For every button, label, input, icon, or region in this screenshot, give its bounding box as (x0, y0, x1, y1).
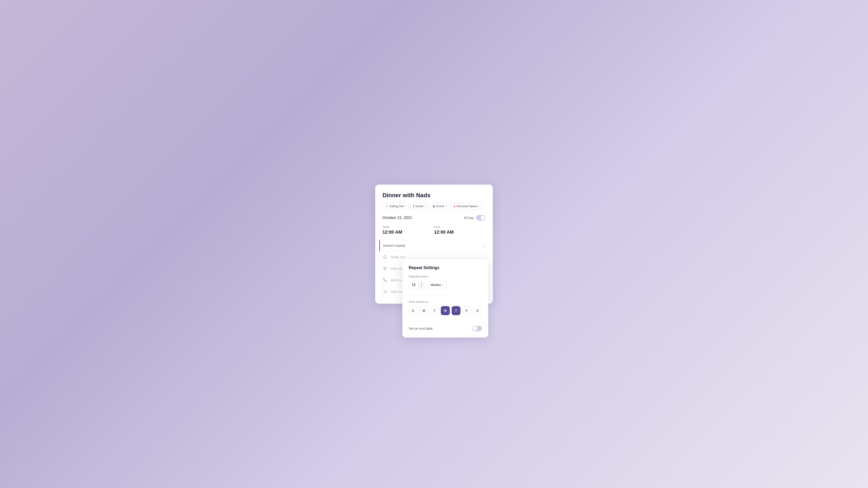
day-btn-sunday[interactable]: S (409, 306, 417, 315)
tag-event-label: Event (436, 204, 444, 208)
popup-title: Repeat Settings (409, 265, 482, 270)
all-day-row: All Day (464, 215, 486, 221)
end-date-row: Set an end date (409, 322, 482, 331)
ends-label: Ends (434, 225, 486, 229)
day-label-t2: T (455, 309, 457, 313)
end-date-toggle-knob (473, 326, 477, 331)
starts-block: Starts 12:00 AM (382, 225, 434, 235)
repeat-label: Doesn't repeat (383, 243, 405, 248)
repeat-row[interactable]: Doesn't repeat ⌄ (379, 240, 486, 251)
day-label-t1: T (434, 309, 436, 313)
starts-label: Starts (382, 225, 434, 229)
date-row: October 21, 2021 All Day (382, 215, 486, 221)
description-icon (382, 289, 388, 294)
day-btn-monday[interactable]: M (419, 306, 428, 315)
weeks-label: Weeks (431, 283, 441, 287)
tag-personal-chevron: ▾ (479, 205, 480, 207)
svg-point-0 (384, 268, 385, 269)
day-btn-saturday[interactable]: S (473, 306, 482, 315)
all-day-label: All Day (464, 216, 474, 220)
number-down-btn[interactable]: ▼ (418, 285, 424, 288)
repeat-settings-popup: Repeat Settings Repeats every... 15 ▲ ▼ … (402, 259, 488, 337)
tag-eating-chevron: ▾ (405, 205, 406, 207)
day-label-m: M (423, 309, 425, 313)
all-day-toggle-knob (480, 216, 485, 220)
end-date-label: Set an end date (409, 326, 433, 330)
eating-icon: 🍴 (385, 204, 389, 208)
day-label-s1: S (412, 309, 414, 313)
location-icon (382, 266, 388, 271)
weeks-select[interactable]: Weeks ▾ (427, 281, 447, 289)
days-row: S M T W T F S (409, 306, 482, 315)
number-value: 15 (409, 281, 418, 289)
day-btn-tuesday[interactable]: T (430, 306, 439, 315)
tag-eating-label: Eating Out (390, 204, 403, 208)
number-input[interactable]: 15 ▲ ▼ (409, 281, 425, 289)
notify-icon (382, 255, 388, 260)
all-day-toggle[interactable] (476, 215, 486, 221)
starts-time[interactable]: 12:00 AM (382, 230, 434, 235)
ends-time[interactable]: 12:00 AM (434, 230, 486, 235)
tag-personal-space[interactable]: ● Personal Space ▾ (451, 203, 483, 210)
day-btn-thursday[interactable]: T (452, 306, 460, 315)
tag-event[interactable]: ▦ Event ▾ (430, 203, 449, 210)
number-arrows: ▲ ▼ (418, 281, 424, 288)
time-row: Starts 12:00 AM Ends 12:00 AM (382, 225, 486, 235)
number-up-btn[interactable]: ▲ (418, 281, 424, 285)
day-btn-friday[interactable]: F (462, 306, 471, 315)
social-icon: | (413, 204, 414, 208)
day-btn-wednesday[interactable]: W (441, 306, 450, 315)
event-title: Dinner with Nads (382, 192, 486, 199)
event-icon: ▦ (433, 204, 435, 208)
event-date: October 21, 2021 (382, 216, 412, 220)
end-date-toggle[interactable] (472, 326, 482, 331)
only-repeat-label: Only repeat on... (409, 300, 482, 303)
weeks-chevron: ▾ (442, 283, 443, 286)
call-icon (382, 278, 388, 283)
day-label-s2: S (476, 309, 478, 313)
personal-icon: ● (454, 204, 456, 208)
repeat-chevron: ⌄ (482, 243, 486, 248)
repeats-every-label: Repeats every... (409, 275, 482, 278)
tags-row: 🍴 Eating Out ▾ | Social ▾ ▦ Event ▾ ● Pe… (382, 203, 486, 210)
tag-social[interactable]: | Social ▾ (410, 203, 428, 210)
day-label-w: W (444, 309, 447, 313)
day-label-f: F (466, 309, 468, 313)
tag-personal-label: Personal Space (457, 204, 477, 208)
tag-social-chevron: ▾ (425, 205, 426, 207)
ends-block: Ends 12:00 AM (434, 225, 486, 235)
notify-label: Notify me (391, 255, 405, 259)
tag-event-chevron: ▾ (446, 205, 447, 207)
repeats-every-row: 15 ▲ ▼ Weeks ▾ (409, 281, 482, 289)
tag-eating-out[interactable]: 🍴 Eating Out ▾ (382, 203, 409, 210)
tag-social-label: Social (415, 204, 423, 208)
